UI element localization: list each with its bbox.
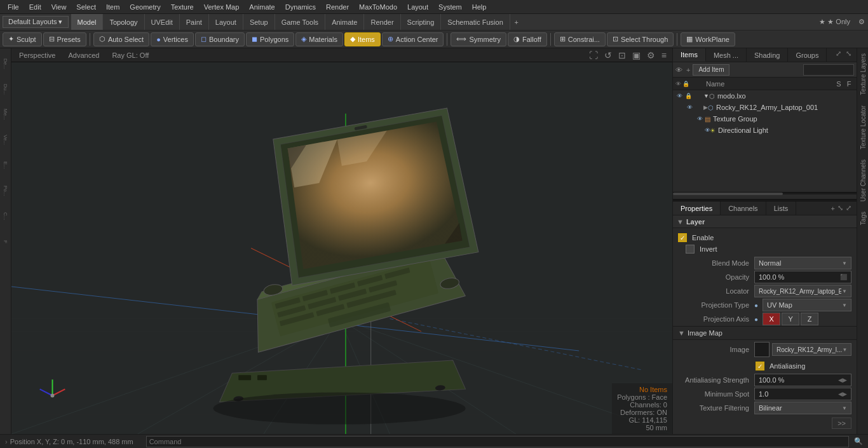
tab-uvedit[interactable]: UVEdit: [145, 14, 180, 30]
item-visibility-icon[interactable]: 👁: [686, 104, 693, 111]
items-scrollbar-track[interactable]: [673, 192, 857, 194]
viewport-refresh-icon[interactable]: ↺: [602, 50, 614, 60]
viewport-fit-icon[interactable]: ⊡: [616, 50, 628, 60]
add-panel-tab-button[interactable]: ⤢ ⤡: [831, 48, 857, 62]
viewport-3d[interactable]: No Items Polygons : Face Channels: 0 Def…: [11, 62, 672, 434]
expand-arrow-icon[interactable]: ▶: [703, 104, 708, 111]
tab-setup[interactable]: Setup: [243, 14, 275, 30]
invert-checkbox[interactable]: [686, 245, 695, 254]
viewport-render-icon[interactable]: ▣: [630, 50, 642, 60]
axis-y-button[interactable]: Y: [782, 313, 799, 325]
menu-system[interactable]: System: [433, 2, 467, 12]
menu-edit[interactable]: Edit: [24, 2, 46, 12]
presets-button[interactable]: ⊟ Presets: [43, 32, 86, 46]
menu-select[interactable]: Select: [71, 2, 101, 12]
layer-expand-icon[interactable]: ▼: [677, 218, 684, 226]
expand-arrow-icon[interactable]: ▼: [703, 93, 709, 99]
item-visibility-icon[interactable]: 👁: [675, 92, 683, 100]
axis-z-button[interactable]: Z: [801, 313, 818, 325]
list-item[interactable]: 👁 ▤ Texture Group: [673, 113, 857, 125]
vertices-button[interactable]: ● Vertices: [151, 32, 194, 46]
viewport-options-icon[interactable]: ⚙: [645, 50, 657, 60]
sidebar-item-emi[interactable]: E...: [1, 153, 11, 178]
list-item[interactable]: 👁 ☀ Directional Light: [673, 125, 857, 136]
viewport-maximize-icon[interactable]: ⛶: [587, 50, 600, 60]
viewport-menu-icon[interactable]: ≡: [660, 50, 668, 60]
list-item[interactable]: 👁 🔒 ▼ ⬡ modo.lxo: [673, 90, 857, 102]
sidebar-item-ver[interactable]: Ve...: [1, 127, 11, 153]
menu-dynamics[interactable]: Dynamics: [280, 2, 321, 12]
tab-scripting[interactable]: Scripting: [401, 14, 442, 30]
arrow-icon[interactable]: ›: [5, 438, 8, 445]
image-map-expand-icon[interactable]: ▼: [678, 329, 685, 337]
more-button[interactable]: >>: [832, 417, 851, 429]
tab-properties[interactable]: Properties: [673, 201, 721, 215]
tab-layout[interactable]: Layout: [209, 14, 243, 30]
texture-filtering-dropdown[interactable]: Bilinear ▼: [754, 402, 851, 414]
vert-tab-texture-layers[interactable]: Texture Layers: [857, 48, 868, 100]
menu-help[interactable]: Help: [467, 2, 492, 12]
axis-x-button[interactable]: X: [763, 313, 780, 325]
tab-groups[interactable]: Groups: [788, 48, 827, 62]
vert-tab-texture-locator[interactable]: Texture Locator: [857, 100, 868, 154]
antialiasing-strength-input[interactable]: 100.0 % ◀▶: [754, 374, 851, 386]
projection-type-dropdown[interactable]: UV Map ▼: [763, 299, 851, 311]
locator-dropdown[interactable]: Rocky_RK12_Army_laptop_E... ▼: [754, 285, 851, 297]
vert-tab-user-channels[interactable]: User Channels: [857, 154, 868, 207]
polygons-button[interactable]: ◼ Polygons: [246, 32, 294, 46]
menu-view[interactable]: View: [46, 2, 72, 12]
sidebar-item-mes[interactable]: Me...: [1, 102, 11, 127]
items-button[interactable]: ◆ Items: [344, 32, 381, 46]
sculpt-button[interactable]: ✦ Sculpt: [3, 32, 42, 46]
tab-schematic-fusion[interactable]: Schematic Fusion: [441, 14, 510, 30]
menu-geometry[interactable]: Geometry: [125, 2, 165, 12]
symmetry-button[interactable]: ⟺ Symmetry: [451, 32, 506, 46]
falloff-button[interactable]: ◑ Falloff: [508, 32, 547, 46]
add-tab-button[interactable]: +: [510, 18, 523, 26]
viewport-style[interactable]: Advanced: [64, 51, 103, 60]
menu-file[interactable]: File: [3, 2, 24, 12]
default-layouts-button[interactable]: Default Layouts ▾: [3, 16, 69, 28]
tab-channels[interactable]: Channels: [721, 201, 766, 215]
tab-model[interactable]: Model: [71, 14, 104, 30]
boundary-button[interactable]: ◻ Boundary: [195, 32, 245, 46]
viewport-raygl[interactable]: Ray GL: Off: [108, 51, 153, 60]
tab-topology[interactable]: Topology: [103, 14, 144, 30]
enable-checkbox[interactable]: [678, 233, 687, 242]
search-icon[interactable]: 🔍: [854, 437, 863, 445]
sidebar-item-pol[interactable]: Po...: [1, 178, 11, 203]
tab-render[interactable]: Render: [364, 14, 400, 30]
sidebar-item-c[interactable]: C...: [1, 203, 11, 229]
sidebar-item-dup[interactable]: Du...: [1, 76, 11, 102]
tab-shading[interactable]: Shading: [747, 48, 788, 62]
antialiasing-checkbox[interactable]: [756, 362, 764, 370]
list-item[interactable]: 👁 ▶ ⬡ Rocky_RK12_Army_Laptop_001: [673, 102, 857, 113]
filter-items-input[interactable]: [803, 64, 854, 76]
minimum-spot-input[interactable]: 1.0 ◀▶: [754, 388, 851, 400]
settings-icon[interactable]: ⚙: [855, 18, 868, 26]
add-props-tab-button[interactable]: + ⤡ ⤢: [826, 201, 857, 215]
blend-mode-dropdown[interactable]: Normal ▼: [754, 257, 851, 269]
menu-render[interactable]: Render: [321, 2, 354, 12]
constraints-button[interactable]: ⊞ Constrai...: [554, 32, 606, 46]
add-item-button[interactable]: Add Item: [693, 64, 729, 76]
select-through-button[interactable]: ⊡ Select Through: [607, 32, 674, 46]
menu-vertex-map[interactable]: Vertex Map: [199, 2, 245, 12]
materials-button[interactable]: ◈ Materials: [295, 32, 343, 46]
menu-texture[interactable]: Texture: [166, 2, 199, 12]
opacity-input[interactable]: 100.0 % ⬛: [754, 271, 851, 283]
action-center-button[interactable]: ⊕ Action Center: [382, 32, 444, 46]
workplane-button[interactable]: ▦ WorkPlane: [681, 32, 735, 46]
auto-select-button[interactable]: ⬡ Auto Select: [93, 32, 149, 46]
viewport-mode[interactable]: Perspective: [15, 51, 59, 60]
menu-layout[interactable]: Layout: [402, 2, 433, 12]
tab-items[interactable]: Items: [673, 48, 706, 62]
tab-mesh[interactable]: Mesh ...: [706, 48, 747, 62]
menu-maxtomodo[interactable]: MaxToModo: [354, 2, 402, 12]
tab-paint[interactable]: Paint: [180, 14, 209, 30]
item-visibility-icon[interactable]: 👁: [696, 115, 703, 123]
image-dropdown[interactable]: Rocky_RK12_Army_l... ▼: [772, 343, 851, 356]
item-lock-icon[interactable]: 🔒: [684, 92, 692, 100]
items-scrollbar-thumb[interactable]: [673, 193, 783, 195]
menu-animate[interactable]: Animate: [244, 2, 280, 12]
